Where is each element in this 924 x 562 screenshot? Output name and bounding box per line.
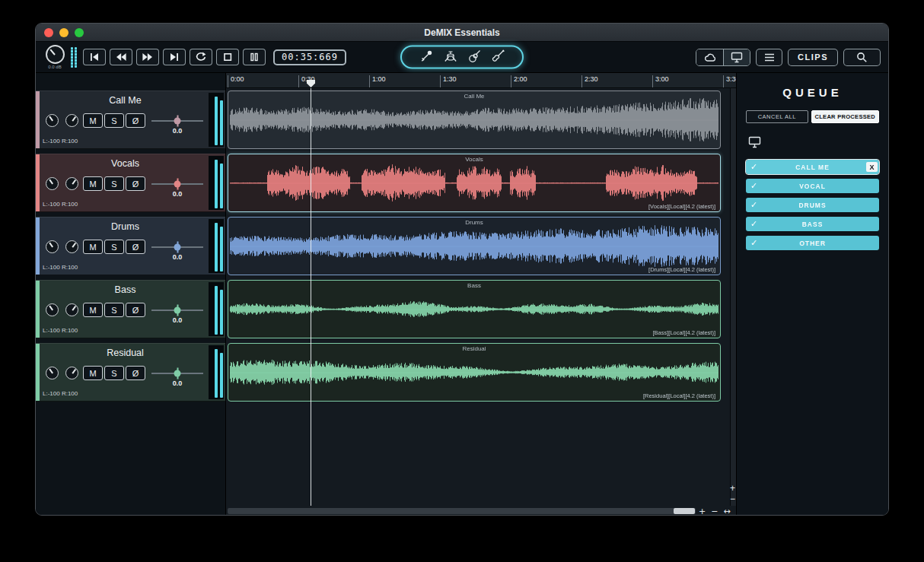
clip-version-label: [Residual][Local][4.2 (latest)] (643, 392, 715, 399)
solo-button[interactable]: S (104, 366, 124, 380)
stop-button[interactable] (216, 49, 239, 65)
minimize-button[interactable] (59, 28, 69, 37)
close-button[interactable] (44, 28, 53, 37)
loop-button[interactable] (190, 49, 212, 65)
phase-button[interactable]: Ø (126, 113, 145, 128)
bass-guitar-icon[interactable] (491, 49, 505, 65)
search-button[interactable] (843, 49, 881, 66)
pan-left-knob[interactable] (46, 367, 59, 379)
track-list-panel: Call Me M S Ø 0.0 L:-100 R:100 Vocals M … (36, 73, 225, 516)
volume-slider-thumb[interactable] (174, 244, 181, 251)
pan-right-knob[interactable] (65, 367, 78, 379)
clip-lane: Call Me Vocals [Vocals][Local][4.2 (late… (226, 88, 730, 506)
queue-item-label: CALL ME (746, 164, 879, 171)
cloud-icon[interactable] (696, 49, 723, 65)
guitar-icon[interactable] (467, 49, 482, 65)
cancel-all-button[interactable]: CANCEL ALL (746, 110, 808, 123)
audio-clip[interactable]: Bass [Bass][Local][4.2 (latest)] (228, 280, 721, 338)
volume-slider[interactable] (151, 306, 203, 315)
mute-button[interactable]: M (83, 366, 103, 380)
destination-toggle (696, 49, 750, 66)
vertical-zoom-in-button[interactable]: + (729, 484, 736, 493)
clip-title: Call Me (228, 93, 720, 100)
queue-item[interactable]: ✓ VOCAL (746, 179, 879, 193)
volume-slider-thumb[interactable] (174, 370, 181, 377)
track-header[interactable]: Vocals M S Ø 0.0 L:-100 R:100 (36, 154, 225, 212)
skip-start-button[interactable] (83, 49, 106, 65)
volume-slider-thumb[interactable] (174, 118, 181, 125)
zoom-out-button[interactable]: − (711, 506, 718, 516)
menu-button[interactable] (756, 49, 782, 66)
vertical-scrollbar[interactable] (730, 88, 736, 506)
ruler-tick: 2:00 (511, 75, 527, 87)
pan-right-knob[interactable] (65, 303, 78, 316)
audio-clip[interactable]: Call Me (228, 90, 721, 149)
solo-button[interactable]: S (104, 176, 124, 191)
ruler-tick: 2:30 (581, 75, 598, 87)
ruler-tick: 3:30 (723, 75, 736, 87)
audio-clip[interactable]: Drums [Drums][Local][4.2 (latest)] (228, 217, 721, 275)
track-header[interactable]: Bass M S Ø 0.0 L:-100 R:100 (36, 280, 225, 338)
mute-button[interactable]: M (83, 176, 103, 191)
stems-selector[interactable] (400, 46, 524, 69)
horizontal-scrollbar-handle[interactable] (674, 508, 695, 514)
pan-right-knob[interactable] (65, 114, 78, 127)
phase-button[interactable]: Ø (126, 176, 145, 191)
pan-left-knob[interactable] (46, 240, 59, 253)
waveform (230, 93, 718, 147)
time-ruler[interactable]: 0:000:301:001:302:002:303:003:30 (226, 73, 736, 88)
fast-forward-button[interactable] (136, 49, 159, 65)
volume-slider[interactable] (151, 369, 203, 378)
master-gain-knob[interactable] (46, 45, 65, 64)
queue-item[interactable]: ✓ CALL ME X (746, 160, 879, 174)
volume-slider-thumb[interactable] (174, 307, 181, 314)
zoom-button[interactable] (75, 28, 84, 37)
clear-processed-button[interactable]: CLEAR PROCESSED (811, 110, 879, 123)
mute-button[interactable]: M (83, 113, 103, 128)
phase-button[interactable]: Ø (126, 303, 145, 317)
drums-icon[interactable] (443, 49, 458, 65)
pan-right-knob[interactable] (65, 177, 78, 190)
volume-slider[interactable] (151, 179, 203, 189)
pan-range-label: L:-100 R:100 (43, 390, 78, 397)
volume-value: 0.0 (151, 253, 203, 261)
track-header[interactable]: Call Me M S Ø 0.0 L:-100 R:100 (36, 90, 225, 149)
pan-left-knob[interactable] (46, 114, 59, 127)
solo-button[interactable]: S (104, 303, 124, 317)
track-color-stripe (36, 217, 40, 275)
pan-right-knob[interactable] (65, 240, 78, 253)
audio-clip[interactable]: Residual [Residual][Local][4.2 (latest)] (228, 343, 721, 402)
rewind-button[interactable] (110, 49, 132, 65)
time-display: 00:35:669 (273, 49, 346, 65)
monitor-icon[interactable] (723, 49, 750, 65)
volume-slider[interactable] (151, 243, 203, 252)
pause-button[interactable] (243, 49, 266, 65)
remove-icon[interactable]: X (866, 162, 878, 172)
queue-item[interactable]: ✓ OTHER (746, 236, 879, 250)
mute-button[interactable]: M (83, 303, 103, 317)
queue-item[interactable]: ✓ DRUMS (746, 198, 879, 212)
clip-title: Residual (228, 345, 720, 352)
solo-button[interactable]: S (104, 240, 124, 254)
track-header[interactable]: Residual M S Ø 0.0 L:-100 R:100 (36, 343, 225, 402)
solo-button[interactable]: S (104, 113, 124, 128)
queue-item[interactable]: ✓ BASS (746, 217, 879, 231)
track-color-stripe (36, 91, 40, 148)
pan-left-knob[interactable] (46, 303, 59, 316)
clips-button[interactable]: CLIPS (788, 49, 838, 66)
mute-button[interactable]: M (83, 240, 103, 254)
zoom-in-button[interactable]: + (699, 506, 706, 516)
volume-slider[interactable] (151, 116, 203, 125)
pan-left-knob[interactable] (46, 177, 59, 190)
zoom-fit-button[interactable]: ↔ (723, 506, 730, 516)
track-header[interactable]: Drums M S Ø 0.0 L:-100 R:100 (36, 217, 225, 275)
vertical-zoom-out-button[interactable]: − (729, 494, 736, 503)
volume-slider-thumb[interactable] (174, 181, 181, 188)
audio-clip[interactable]: Vocals [Vocals][Local][4.2 (latest)] (228, 154, 721, 212)
microphone-icon[interactable] (419, 49, 434, 65)
horizontal-scrollbar[interactable] (228, 508, 696, 514)
phase-button[interactable]: Ø (126, 240, 145, 254)
volume-value: 0.0 (151, 190, 203, 198)
skip-end-button[interactable] (163, 49, 186, 65)
phase-button[interactable]: Ø (126, 366, 145, 380)
